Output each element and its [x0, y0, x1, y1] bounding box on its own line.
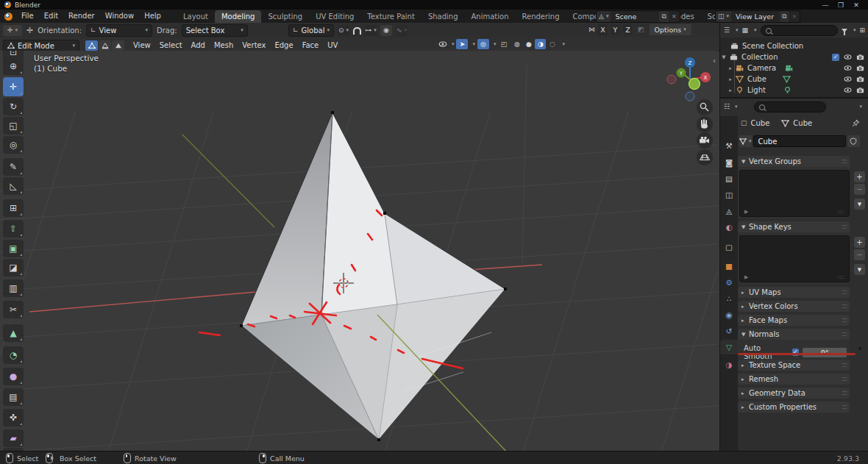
- mesh-name-field[interactable]: Cube: [753, 135, 846, 147]
- outliner-row-cube[interactable]: ▸ Cube: [720, 74, 868, 85]
- orientation-dropdown[interactable]: ∟ View ▾: [86, 24, 152, 37]
- panel-remesh[interactable]: ▸Remesh::::: [738, 374, 850, 385]
- outliner-row-camera[interactable]: ▸ Camera: [720, 63, 868, 74]
- tool-add-cube-button[interactable]: ⊞: [3, 199, 24, 217]
- properties-options-icon[interactable]: ▾: [859, 104, 862, 110]
- active-tool-button[interactable]: ✛▾: [3, 25, 22, 36]
- properties-tab-constraints[interactable]: ↺: [720, 324, 738, 338]
- collection-checkbox[interactable]: ✓: [832, 54, 839, 61]
- tool-cursor-button[interactable]: ⊕: [3, 57, 24, 75]
- outliner-search-input[interactable]: [761, 25, 838, 36]
- breadcrumb-data[interactable]: Cube: [793, 119, 812, 127]
- list-drag-dots[interactable]: ::::: [838, 209, 844, 215]
- mirror-z-button[interactable]: Z: [623, 24, 633, 35]
- menu-window[interactable]: Window: [100, 10, 139, 23]
- scene-selector[interactable]: ◬▾ Scene ⧉ ✕: [596, 10, 680, 23]
- shape-key-remove-button[interactable]: −: [854, 249, 865, 260]
- tool-transform-button[interactable]: ◎: [3, 136, 24, 154]
- expand-icon[interactable]: ▸: [727, 76, 734, 82]
- gizmo-minus-x[interactable]: [667, 75, 676, 84]
- workspace-tab-sculpting[interactable]: Sculpting: [261, 10, 309, 23]
- editor-type-icon[interactable]: ☰: [724, 27, 730, 34]
- render-visibility-icon[interactable]: [856, 64, 864, 72]
- expand-icon[interactable]: ▼: [720, 54, 728, 60]
- mirror-x-button[interactable]: X: [598, 24, 608, 35]
- properties-tab-particles[interactable]: ∴: [720, 291, 738, 306]
- panel-shape-keys[interactable]: ▼Shape Keys::::: [738, 221, 850, 232]
- shading-wireframe-button[interactable]: ◍: [511, 39, 522, 49]
- tool-bevel-button[interactable]: ◪: [3, 259, 24, 276]
- shape-key-specials-button[interactable]: ▼: [854, 264, 865, 275]
- tool-loop-cut-button[interactable]: ▥: [3, 279, 24, 297]
- render-visibility-icon[interactable]: [856, 53, 864, 61]
- properties-tab-render[interactable]: ◙: [720, 155, 738, 170]
- hide-eye-icon[interactable]: [844, 64, 852, 72]
- workspace-tab-uv-editing[interactable]: UV Editing: [309, 10, 360, 23]
- tool-scale-button[interactable]: ◱: [3, 117, 24, 135]
- zoom-button[interactable]: [697, 99, 713, 115]
- workspace-tab-animation[interactable]: Animation: [465, 10, 516, 23]
- properties-tab-object[interactable]: ■: [720, 259, 738, 274]
- new-collection-icon[interactable]: ⊞: [859, 27, 865, 34]
- properties-tab-scene[interactable]: ◬: [720, 204, 738, 218]
- panel-texture-space[interactable]: ▸Texture Space::::: [738, 360, 850, 371]
- options-button[interactable]: Options▾: [650, 24, 691, 35]
- properties-tab-collection[interactable]: ▢: [720, 240, 738, 254]
- hide-eye-icon[interactable]: [844, 53, 852, 61]
- outliner-row-scene-collection[interactable]: Scene Collection: [720, 40, 868, 51]
- tool-spin-button[interactable]: ◔: [3, 346, 24, 364]
- list-drag-dots[interactable]: ::::: [838, 274, 844, 280]
- properties-tab-material[interactable]: ◑: [720, 357, 738, 372]
- viewport-canvas[interactable]: Y Z X: [0, 51, 718, 451]
- shape-key-add-button[interactable]: +: [854, 237, 865, 248]
- properties-search-input[interactable]: [754, 101, 826, 113]
- auto-smooth-angle-field[interactable]: 0°: [803, 348, 847, 357]
- tool-rotate-button[interactable]: ↻: [3, 98, 24, 115]
- menu-help[interactable]: Help: [139, 10, 166, 23]
- proportional-falloff-button[interactable]: ∿▾: [396, 25, 408, 36]
- panel-vertex-groups[interactable]: ▼Vertex Groups::::: [738, 156, 850, 167]
- edge-select-button[interactable]: [99, 40, 111, 51]
- shading-rendered-button[interactable]: ◌: [547, 39, 558, 49]
- properties-tab-modifiers[interactable]: ⚙: [720, 275, 738, 290]
- properties-tab-world[interactable]: ◐: [720, 220, 738, 235]
- mesh-object[interactable]: [240, 111, 507, 441]
- tool-annotate-button[interactable]: ✎: [3, 158, 24, 176]
- menu-render[interactable]: Render: [63, 10, 100, 23]
- properties-tab-object-data[interactable]: ▽: [720, 340, 738, 354]
- menu-file[interactable]: File: [16, 10, 39, 23]
- tool-measure-button[interactable]: ◺: [3, 177, 24, 195]
- snap-magnet-icon[interactable]: [353, 27, 361, 35]
- breadcrumb-object[interactable]: Cube: [751, 119, 770, 127]
- mode-dropdown[interactable]: Edit Mode ▾: [3, 40, 79, 52]
- expand-icon[interactable]: ▸: [727, 88, 734, 93]
- workspace-tab-modeling[interactable]: Modeling: [215, 10, 262, 23]
- fake-user-button[interactable]: [847, 135, 860, 147]
- properties-tab-physics[interactable]: ◉: [720, 307, 738, 322]
- tool-poly-build-button[interactable]: ▲: [3, 324, 24, 342]
- panel-uv-maps[interactable]: ▸UV Maps::::: [738, 287, 850, 298]
- properties-tab-tool[interactable]: ⚒: [720, 138, 738, 153]
- list-expand-icon[interactable]: ▶: [744, 209, 748, 215]
- mirror-y-button[interactable]: Y: [611, 24, 620, 35]
- tool-knife-button[interactable]: ✂: [3, 301, 24, 318]
- scene-copy-icon[interactable]: ⧉: [659, 11, 668, 22]
- vertex-groups-list[interactable]: ▶::::: [739, 170, 850, 217]
- list-expand-icon[interactable]: ▶: [744, 274, 748, 280]
- gizmo-minus-y[interactable]: [689, 79, 700, 90]
- drag-dropdown[interactable]: Select Box ▾: [182, 24, 248, 37]
- panel-vertex-colors[interactable]: ▸Vertex Colors::::: [738, 301, 850, 312]
- panel-face-maps[interactable]: ▸Face Maps::::: [738, 315, 850, 326]
- minimize-button[interactable]: —: [821, 1, 830, 9]
- transform-orientation-dropdown[interactable]: ∟ Global ▾: [288, 24, 334, 37]
- proportional-editing-button[interactable]: ◉: [380, 25, 392, 36]
- gizmos-toggle[interactable]: ➤: [456, 39, 468, 49]
- properties-tab-output[interactable]: ▤: [720, 171, 738, 186]
- outliner-row-collection[interactable]: ▼ Collection ✓: [720, 51, 868, 63]
- vertex-select-button[interactable]: [85, 40, 98, 51]
- panel-custom-properties[interactable]: ▸Custom Properties::::: [738, 401, 850, 413]
- snap-target-button[interactable]: ⊶▾: [365, 25, 377, 36]
- panel-normals[interactable]: ▼Normals::::: [738, 329, 850, 340]
- xray-toggle[interactable]: ◰: [498, 39, 509, 49]
- display-mode-icon[interactable]: ▦: [742, 27, 749, 34]
